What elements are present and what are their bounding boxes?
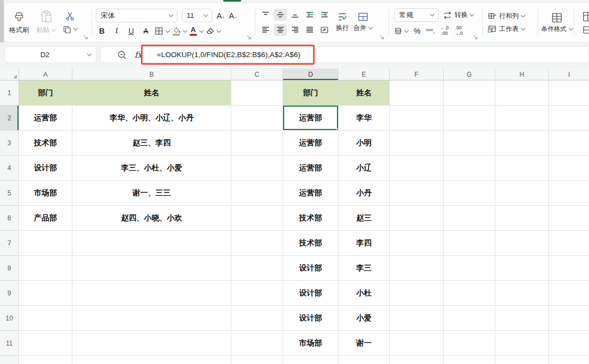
cell-G10[interactable] bbox=[444, 306, 495, 331]
cell-A8[interactable] bbox=[19, 256, 72, 281]
column-header-G[interactable]: G bbox=[444, 69, 495, 81]
cell-E11[interactable]: 谢一 bbox=[339, 331, 390, 356]
column-header-B[interactable]: B bbox=[72, 69, 231, 81]
column-header-I[interactable]: I bbox=[549, 69, 589, 81]
cell-C5[interactable] bbox=[231, 181, 283, 206]
currency-button[interactable] bbox=[394, 27, 408, 35]
formula-text[interactable]: =LOOKUP(1,0/FIND(E2,B$2:B$6),A$2:A$6) bbox=[150, 51, 300, 59]
cell-B2[interactable]: 李华、小明、小辽、小丹 bbox=[72, 106, 231, 131]
cell-E7[interactable]: 李四 bbox=[339, 231, 390, 256]
table-style-icon[interactable] bbox=[581, 11, 589, 22]
cell-C9[interactable] bbox=[231, 281, 283, 306]
worksheet-button[interactable]: 工作表 bbox=[488, 24, 525, 34]
cell-H10[interactable] bbox=[495, 306, 549, 331]
cell-I4[interactable] bbox=[549, 156, 589, 181]
cell-D5[interactable]: 运营部 bbox=[283, 181, 339, 206]
cell-F9[interactable] bbox=[390, 281, 444, 306]
cell-H11[interactable] bbox=[495, 331, 549, 356]
cell-D11[interactable]: 市场部 bbox=[283, 331, 339, 356]
cell-G12[interactable] bbox=[444, 356, 495, 364]
row-header-7[interactable]: 7 bbox=[0, 231, 19, 256]
cell-I9[interactable] bbox=[549, 281, 589, 306]
cell-D8[interactable]: 设计部 bbox=[283, 256, 339, 281]
cell-D6[interactable]: 技术部 bbox=[283, 206, 339, 231]
cell-A5[interactable]: 市场部 bbox=[19, 181, 72, 206]
cell-I1[interactable] bbox=[549, 81, 589, 106]
align-bottom-button[interactable] bbox=[289, 9, 302, 21]
cell-F7[interactable] bbox=[390, 231, 444, 256]
expand-alignment-group-icon[interactable] bbox=[379, 35, 384, 40]
wrap-text-button[interactable]: 换行 bbox=[336, 12, 349, 33]
cell-G6[interactable] bbox=[444, 206, 495, 231]
cell-H7[interactable] bbox=[495, 231, 549, 256]
increase-font-size-button[interactable]: A+ bbox=[217, 11, 225, 20]
cell-B10[interactable] bbox=[72, 306, 231, 331]
cell-C12[interactable] bbox=[231, 356, 283, 364]
cell-F10[interactable] bbox=[390, 306, 444, 331]
cell-E6[interactable]: 赵三 bbox=[339, 206, 390, 231]
cell-B6[interactable]: 赵四、小晓、小欢 bbox=[72, 206, 231, 231]
cell-A4[interactable]: 设计部 bbox=[19, 156, 72, 181]
cell-H9[interactable] bbox=[495, 281, 549, 306]
row-header-10[interactable]: 10 bbox=[0, 306, 19, 331]
name-box[interactable]: D2 bbox=[4, 46, 97, 63]
increase-indent-button[interactable] bbox=[318, 9, 331, 21]
cell-G2[interactable] bbox=[444, 106, 495, 131]
cell-I10[interactable] bbox=[549, 306, 589, 331]
cell-G4[interactable] bbox=[444, 156, 495, 181]
cut-button[interactable] bbox=[65, 11, 75, 21]
cell-A3[interactable]: 技术部 bbox=[19, 131, 72, 156]
cell-E10[interactable]: 小爱 bbox=[339, 306, 390, 331]
cell-D9[interactable]: 设计部 bbox=[283, 281, 339, 306]
cell-C1[interactable] bbox=[231, 81, 283, 106]
column-header-E[interactable]: E bbox=[339, 69, 390, 81]
expand-clipboard-group-icon[interactable] bbox=[83, 35, 88, 40]
cell-I6[interactable] bbox=[549, 206, 589, 231]
cell-B8[interactable] bbox=[72, 256, 231, 281]
decrease-decimal-button[interactable]: .00 →.0 bbox=[454, 26, 463, 36]
cell-G5[interactable] bbox=[444, 181, 495, 206]
cell-E8[interactable]: 李三 bbox=[339, 256, 390, 281]
cell-H12[interactable] bbox=[495, 356, 549, 364]
cell-B11[interactable] bbox=[72, 331, 231, 356]
expand-number-group-icon[interactable] bbox=[473, 35, 478, 40]
cell-C8[interactable] bbox=[231, 256, 283, 281]
paste-button[interactable]: 粘贴 bbox=[33, 5, 59, 39]
cell-G11[interactable] bbox=[444, 331, 495, 356]
copy-button[interactable] bbox=[63, 25, 77, 34]
zoom-out-icon[interactable] bbox=[117, 50, 127, 60]
cell-B3[interactable]: 赵三、李四 bbox=[72, 131, 231, 156]
cell-A11[interactable] bbox=[19, 331, 72, 356]
cell-E1[interactable]: 姓名 bbox=[339, 81, 390, 106]
text-orientation-button[interactable] bbox=[318, 24, 331, 36]
font-family-select[interactable]: 宋体 bbox=[96, 9, 177, 22]
row-header-8[interactable]: 8 bbox=[0, 256, 19, 281]
cell-F6[interactable] bbox=[390, 206, 444, 231]
cell-A6[interactable]: 产品部 bbox=[19, 206, 72, 231]
cell-B5[interactable]: 谢一、三三 bbox=[72, 181, 231, 206]
cell-H3[interactable] bbox=[495, 131, 549, 156]
cell-D10[interactable]: 设计部 bbox=[283, 306, 339, 331]
conditional-format-button[interactable]: 条件格式 bbox=[542, 12, 573, 33]
row-header-1[interactable]: 1 bbox=[0, 81, 19, 106]
cell-H5[interactable] bbox=[495, 181, 549, 206]
cell-F12[interactable] bbox=[390, 356, 444, 364]
cell-D2[interactable]: 运营部 bbox=[283, 106, 339, 131]
align-center-button[interactable] bbox=[274, 24, 287, 36]
cell-C7[interactable] bbox=[231, 231, 283, 256]
row-header-9[interactable]: 9 bbox=[0, 281, 19, 306]
row-header-2[interactable]: 2 bbox=[0, 106, 19, 131]
cell-C6[interactable] bbox=[231, 206, 283, 231]
cell-H4[interactable] bbox=[495, 156, 549, 181]
cell-A12[interactable] bbox=[19, 356, 72, 364]
bold-button[interactable]: B bbox=[96, 27, 108, 35]
borders-button[interactable] bbox=[155, 27, 169, 35]
cell-I11[interactable] bbox=[549, 331, 589, 356]
cell-D1[interactable]: 部门 bbox=[283, 81, 339, 106]
cell-H6[interactable] bbox=[495, 206, 549, 231]
column-header-H[interactable]: H bbox=[495, 69, 549, 81]
fill-handle[interactable] bbox=[336, 128, 339, 131]
cell-E5[interactable]: 小丹 bbox=[339, 181, 390, 206]
row-header-12[interactable]: 12 bbox=[0, 356, 19, 364]
align-right-button[interactable] bbox=[289, 24, 302, 36]
